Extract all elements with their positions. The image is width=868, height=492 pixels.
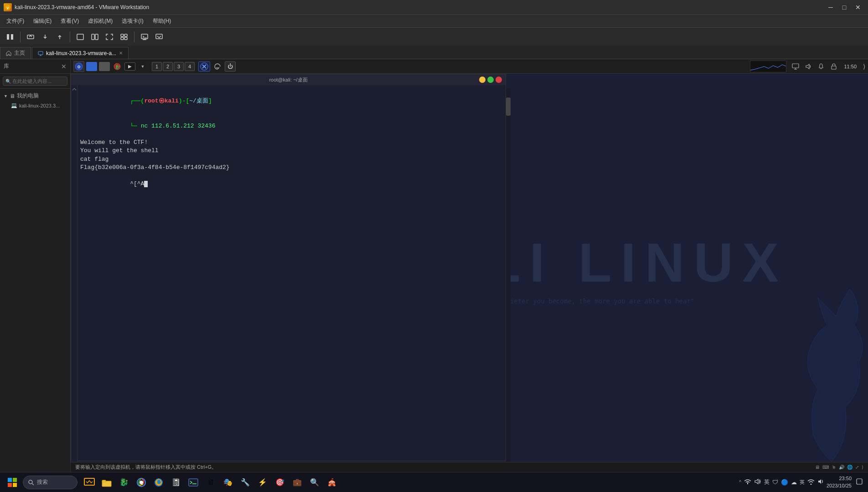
- toolbar-btn-2[interactable]: [39, 30, 52, 44]
- start-button[interactable]: [4, 474, 21, 491]
- vm-toolbar-bell-icon[interactable]: [816, 61, 827, 72]
- menu-help[interactable]: 帮助(H): [148, 16, 176, 26]
- svg-rect-81: [84, 478, 94, 485]
- toolbar-normal-view[interactable]: [74, 30, 87, 44]
- vm-time: 11:50: [844, 64, 857, 69]
- vm-item-label: kali-linux-2023.3...: [19, 103, 60, 108]
- tab-vm[interactable]: kali-linux-2023.3-vmware-a... ✕: [32, 47, 129, 59]
- tray-keyboard-icon[interactable]: 英: [764, 478, 770, 486]
- notification-center-icon[interactable]: [854, 478, 864, 486]
- taskbar-time[interactable]: 23:50 2023/10/25: [827, 475, 852, 489]
- taskbar-app-firefox[interactable]: [150, 474, 167, 491]
- menu-view[interactable]: 查看(V): [56, 16, 83, 26]
- vm-toolbar-monitor-icon[interactable]: [790, 61, 801, 72]
- taskbar-app-star[interactable]: ⚡: [254, 474, 271, 491]
- scrollbar-thumb[interactable]: [506, 97, 511, 116]
- menu-vm[interactable]: 虚拟机(M): [83, 16, 117, 26]
- svg-rect-2: [7, 34, 9, 40]
- vm-toolbar-lock-icon[interactable]: [828, 61, 839, 72]
- tray-shield-icon[interactable]: 🛡: [772, 479, 778, 486]
- vm-toolbar-blue-btn[interactable]: [86, 62, 97, 71]
- sidebar-close-icon[interactable]: ✕: [61, 63, 67, 70]
- taskbar-search-text: 搜索: [37, 478, 48, 486]
- taskbar-app-monitor[interactable]: 🖥: [202, 474, 219, 491]
- menu-edit[interactable]: 编辑(E): [29, 16, 56, 26]
- vm-num-btn-2[interactable]: 2: [163, 62, 173, 71]
- tray-cloud-icon[interactable]: ☁: [791, 479, 797, 486]
- vm-toolbar-gray-btn[interactable]: [99, 62, 110, 71]
- taskbar-app-kali[interactable]: 🐉: [116, 474, 132, 491]
- vm-toolbar-dropdown[interactable]: ▼: [137, 61, 148, 72]
- taskbar-app-arcade[interactable]: 🎪: [324, 474, 340, 491]
- vm-toolbar-dragon-icon[interactable]: 🐉: [112, 61, 123, 72]
- sidebar-header: 库 ✕: [0, 59, 70, 74]
- tray-lang-icon[interactable]: 英: [800, 479, 805, 486]
- terminal-maximize-btn[interactable]: [487, 77, 494, 83]
- taskbar-app-files[interactable]: [98, 474, 115, 491]
- close-button[interactable]: ✕: [852, 2, 864, 12]
- terminal-minimize-btn[interactable]: [479, 77, 486, 83]
- terminal-cursor: [144, 181, 148, 187]
- vm-toolbar-speaker-icon[interactable]: [803, 61, 814, 72]
- tab-vm-close[interactable]: ✕: [119, 51, 123, 56]
- toolbar-btn-3[interactable]: [53, 30, 66, 44]
- system-tray-expand[interactable]: ^: [739, 480, 741, 485]
- menu-file[interactable]: 文件(F): [2, 16, 29, 26]
- terminal-window[interactable]: root@kali: ~/桌面: [71, 74, 506, 461]
- vm-toolbar-kali-x-icon[interactable]: [198, 62, 210, 72]
- taskbar-app-search2[interactable]: 🔍: [306, 474, 323, 491]
- notification-text: 要将输入定向到该虚拟机，请将鼠标指针移入其中或按 Ctrl+G。: [75, 464, 217, 471]
- maximize-button[interactable]: □: [838, 2, 851, 12]
- terminal-close-btn[interactable]: [496, 77, 502, 83]
- taskbar-app-terminal[interactable]: [185, 474, 202, 491]
- terminal-line-4: You will get the shell: [80, 147, 502, 155]
- taskbar-app-target[interactable]: 🎯: [272, 474, 288, 491]
- svg-rect-83: [102, 480, 106, 482]
- tray-color-icon[interactable]: 🔵: [781, 479, 788, 486]
- vm-toolbar-scroll-icon[interactable]: ⟩: [863, 63, 865, 70]
- toolbar-fullscreen-view[interactable]: [103, 30, 116, 44]
- tray-wifi-icon[interactable]: [807, 478, 815, 486]
- terminal-body[interactable]: ┌──(root㉿kali)-[~/桌面] └─ nc 112.6.51.212…: [71, 85, 506, 461]
- svg-point-91: [810, 484, 811, 485]
- toolbar-send-ctrl-alt-del[interactable]: [24, 30, 37, 44]
- svg-rect-9: [95, 34, 98, 40]
- terminal-right-scrollbar[interactable]: [506, 88, 511, 462]
- toolbar-unity-view[interactable]: [118, 30, 130, 44]
- terminal-prompt-path-bracket: )-[: [179, 97, 189, 104]
- tree-folder-icon: 🖥: [10, 93, 15, 99]
- toolbar-split-view[interactable]: [88, 30, 101, 44]
- vm-screen[interactable]: KALI LINUX "the quieter you become, the …: [71, 74, 868, 462]
- taskbar-app-vmware[interactable]: [81, 474, 98, 491]
- vm-toolbar-power-icon[interactable]: ⏻: [225, 62, 236, 72]
- svg-rect-13: [124, 37, 127, 40]
- svg-point-85: [140, 481, 143, 484]
- svg-rect-12: [121, 37, 124, 40]
- sidebar-search-input[interactable]: [3, 77, 67, 86]
- taskbar-app-settings2[interactable]: 🔧: [237, 474, 253, 491]
- vm-toolbar-terminal-icon[interactable]: ▶: [124, 62, 135, 71]
- vm-area: ⚙ 🐉 ▶ ▼ 1 2 3 4: [71, 59, 868, 472]
- sidebar-my-computer[interactable]: ▼ 🖥 我的电脑: [0, 91, 70, 101]
- taskbar-app-notepad[interactable]: 📓: [168, 474, 184, 491]
- tray-volume-icon[interactable]: [754, 478, 761, 486]
- vm-num-btn-4[interactable]: 4: [185, 62, 195, 71]
- taskbar-app-case[interactable]: 💼: [289, 474, 305, 491]
- window-title: kali-linux-2023.3-vmware-amd64 - VMware …: [15, 4, 824, 10]
- tab-home[interactable]: 主页: [0, 47, 31, 59]
- toolbar-pause-btn[interactable]: [4, 30, 16, 44]
- sidebar-vm-item[interactable]: 💻 kali-linux-2023.3...: [0, 101, 70, 110]
- vm-toolbar-refresh-icon[interactable]: [212, 61, 223, 72]
- toolbar-switch-btn[interactable]: [153, 30, 165, 44]
- taskbar-app-drama[interactable]: 🎭: [220, 474, 236, 491]
- tray-network-icon[interactable]: [744, 478, 751, 486]
- taskbar-search[interactable]: 搜索: [23, 476, 78, 489]
- minimize-button[interactable]: ─: [824, 2, 837, 12]
- taskbar-app-chrome[interactable]: [133, 474, 150, 491]
- vm-num-btn-3[interactable]: 3: [174, 62, 184, 71]
- tray-sound-icon[interactable]: [817, 478, 824, 486]
- vm-num-btn-1[interactable]: 1: [152, 62, 162, 71]
- menu-tab[interactable]: 选项卡(I): [117, 16, 148, 26]
- vm-toolbar-kali-icon[interactable]: ⚙: [73, 61, 84, 72]
- toolbar-console-btn[interactable]: [138, 30, 151, 44]
